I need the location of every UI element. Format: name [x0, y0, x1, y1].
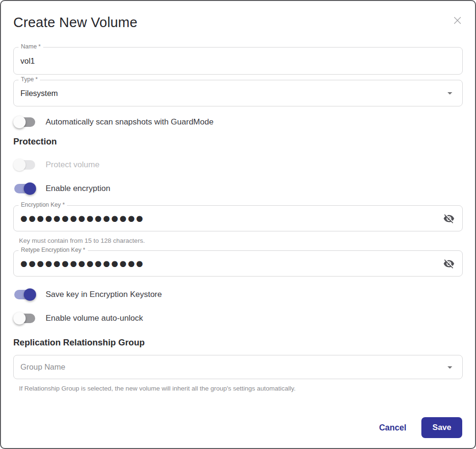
enable-encryption-toggle-row: Enable encryption [13, 182, 463, 195]
guardmode-toggle-row: Automatically scan snapshots with GuardM… [13, 116, 463, 128]
auto-unlock-toggle-label: Enable volume auto-unlock [46, 314, 143, 323]
group-name-helper: If Relationship Group is selected, the n… [19, 385, 463, 392]
toggle-thumb [13, 159, 26, 171]
group-name-select[interactable]: Group Name [13, 355, 463, 379]
auto-unlock-toggle[interactable] [13, 312, 36, 325]
dialog-footer: Cancel Save [13, 417, 463, 438]
guardmode-toggle-label: Automatically scan snapshots with GuardM… [46, 117, 213, 127]
cancel-button[interactable]: Cancel [379, 423, 406, 433]
save-key-toggle[interactable] [13, 288, 36, 301]
protection-section-heading: Protection [13, 136, 463, 147]
retype-encryption-key-label: Retype Encryption Key * [19, 247, 88, 253]
encryption-key-field[interactable]: Encryption Key * ●●●●●●●●●●●●●●● [13, 205, 463, 231]
replication-section-heading: Replication Relationship Group [13, 337, 463, 348]
close-icon [452, 15, 463, 26]
protect-volume-toggle-label: Protect volume [46, 160, 99, 170]
eye-slash-icon [443, 213, 455, 224]
retype-encryption-key-visibility-button[interactable] [442, 257, 456, 270]
name-field[interactable]: Name * vol1 [13, 47, 463, 75]
enable-encryption-toggle[interactable] [13, 182, 36, 195]
retype-encryption-key-field[interactable]: Retype Encryption Key * ●●●●●●●●●●●●●●● [13, 250, 463, 277]
save-key-toggle-row: Save key in Encryption Keystore [13, 288, 463, 301]
dialog-title: Create New Volume [13, 14, 463, 30]
protect-volume-toggle-row: Protect volume [13, 159, 463, 171]
type-select[interactable]: Type * Filesystem [13, 80, 463, 106]
chevron-down-icon [444, 87, 456, 99]
encryption-key-helper: Key must contain from 15 to 128 characte… [19, 237, 463, 245]
guardmode-toggle[interactable] [13, 116, 36, 128]
name-field-label: Name * [19, 43, 43, 50]
save-key-toggle-label: Save key in Encryption Keystore [46, 290, 162, 299]
type-select-label: Type * [19, 76, 40, 83]
encryption-key-visibility-button[interactable] [442, 212, 456, 225]
create-volume-dialog: Create New Volume Name * vol1 Type * Fil… [0, 0, 476, 449]
encryption-key-value: ●●●●●●●●●●●●●●● [20, 214, 144, 223]
toggle-thumb [13, 116, 26, 128]
auto-unlock-toggle-row: Enable volume auto-unlock [13, 312, 463, 325]
dialog-header: Create New Volume [13, 14, 463, 30]
group-name-placeholder: Group Name [20, 363, 65, 372]
protect-volume-toggle [13, 159, 36, 171]
eye-slash-icon [443, 258, 455, 269]
save-button[interactable]: Save [421, 417, 462, 438]
toggle-thumb [13, 312, 26, 325]
close-button[interactable] [451, 14, 464, 27]
type-select-value: Filesystem [20, 89, 58, 98]
chevron-down-icon [444, 362, 456, 373]
retype-encryption-key-value: ●●●●●●●●●●●●●●● [20, 259, 144, 268]
enable-encryption-toggle-label: Enable encryption [46, 184, 110, 193]
toggle-thumb [24, 288, 36, 301]
name-field-value: vol1 [20, 57, 35, 66]
encryption-key-label: Encryption Key * [19, 201, 67, 208]
toggle-thumb [24, 182, 36, 195]
